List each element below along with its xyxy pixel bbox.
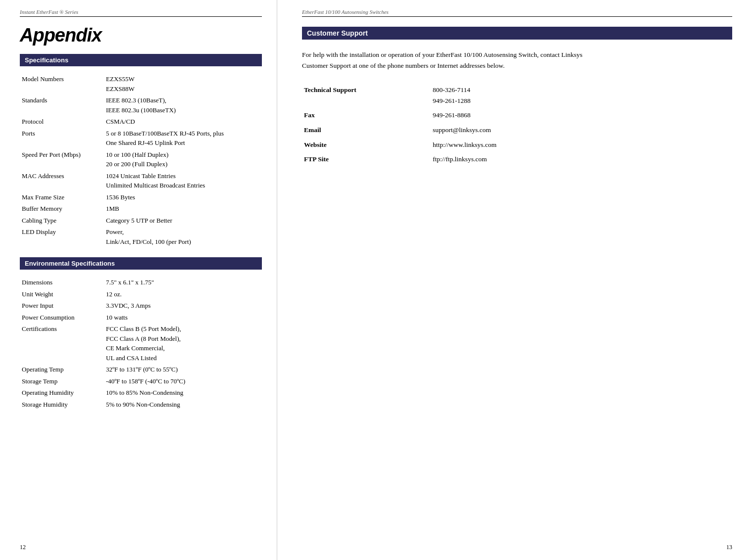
env-spec-value: 10 watts xyxy=(104,312,262,324)
spec-label: Standards xyxy=(20,94,104,116)
env-spec-label: Dimensions xyxy=(20,277,104,288)
spec-value: 1536 Bytes xyxy=(104,191,262,203)
specs-table: Model NumbersEZXS55WEZXS88WStandardsIEEE… xyxy=(20,73,262,247)
support-label: Technical Support xyxy=(302,83,431,108)
env-spec-label: Power Consumption xyxy=(20,312,104,324)
spec-label: Max Frame Size xyxy=(20,191,104,203)
spec-label: Ports xyxy=(20,128,104,149)
spec-value: 5 or 8 10BaseT/100BaseTX RJ-45 Ports, pl… xyxy=(104,128,262,149)
env-spec-label: Unit Weight xyxy=(20,288,104,300)
env-section-header: Environmental Specifications xyxy=(20,257,262,270)
support-label: FTP Site xyxy=(302,152,431,167)
support-label: Fax xyxy=(302,108,431,123)
env-spec-value: 3.3VDC, 3 Amps xyxy=(104,300,262,312)
env-spec-label: Storage Humidity xyxy=(20,399,104,411)
env-spec-label: Certifications xyxy=(20,323,104,364)
spec-label: MAC Addresses xyxy=(20,170,104,191)
support-value: 949-261-8868 xyxy=(431,108,732,123)
spec-value: EZXS55WEZXS88W xyxy=(104,73,262,94)
env-spec-label: Operating Humidity xyxy=(20,387,104,399)
env-spec-label: Power Input xyxy=(20,300,104,312)
specs-section-header: Specifications xyxy=(20,54,262,66)
env-spec-value: 7.5" x 6.1" x 1.75" xyxy=(104,277,262,288)
env-spec-value: -40ºF to 158ºF (-40ºC to 70ºC) xyxy=(104,375,262,387)
customer-support-header: Customer Support xyxy=(302,27,732,40)
env-spec-label: Storage Temp xyxy=(20,375,104,387)
spec-value: Power,Link/Act, FD/Col, 100 (per Port) xyxy=(104,226,262,247)
right-page-header: EtherFast 10/100 Autosensing Switches xyxy=(302,9,732,17)
support-label: Email xyxy=(302,123,431,138)
support-label: Website xyxy=(302,138,431,152)
spec-value: 1MB xyxy=(104,203,262,215)
env-spec-value: FCC Class B (5 Port Model),FCC Class A (… xyxy=(104,323,262,364)
support-intro: For help with the installation or operat… xyxy=(302,49,599,71)
spec-label: Protocol xyxy=(20,116,104,128)
spec-label: Cabling Type xyxy=(20,215,104,227)
env-specs-table: Dimensions7.5" x 6.1" x 1.75"Unit Weight… xyxy=(20,277,262,410)
spec-value: IEEE 802.3 (10BaseT),IEEE 802.3u (100Bas… xyxy=(104,94,262,116)
env-spec-label: Operating Temp xyxy=(20,364,104,375)
left-page-number: 12 xyxy=(20,544,26,551)
env-spec-value: 5% to 90% Non-Condensing xyxy=(104,399,262,411)
spec-label: LED Display xyxy=(20,226,104,247)
spec-value: Category 5 UTP or Better xyxy=(104,215,262,227)
support-value: support@linksys.com xyxy=(431,123,732,138)
support-value: http://www.linksys.com xyxy=(431,138,732,152)
right-page-number: 13 xyxy=(726,544,732,551)
spec-value: 10 or 100 (Half Duplex)20 or 200 (Full D… xyxy=(104,149,262,170)
support-table: Technical Support800-326-7114949-261-128… xyxy=(302,83,732,167)
appendix-title: Appendix xyxy=(20,25,262,46)
spec-label: Speed Per Port (Mbps) xyxy=(20,149,104,170)
env-spec-value: 10% to 85% Non-Condensing xyxy=(104,387,262,399)
support-value: 800-326-7114949-261-1288 xyxy=(431,83,732,108)
spec-value: 1024 Unicast Table EntriesUnlimited Mult… xyxy=(104,170,262,191)
left-page-header: Instant EtherFast ® Series xyxy=(20,9,262,17)
spec-value: CSMA/CD xyxy=(104,116,262,128)
spec-label: Model Numbers xyxy=(20,73,104,94)
support-value: ftp://ftp.linksys.com xyxy=(431,152,732,167)
spec-label: Buffer Memory xyxy=(20,203,104,215)
env-spec-value: 32ºF to 131ºF (0ºC to 55ºC) xyxy=(104,364,262,375)
env-spec-value: 12 oz. xyxy=(104,288,262,300)
